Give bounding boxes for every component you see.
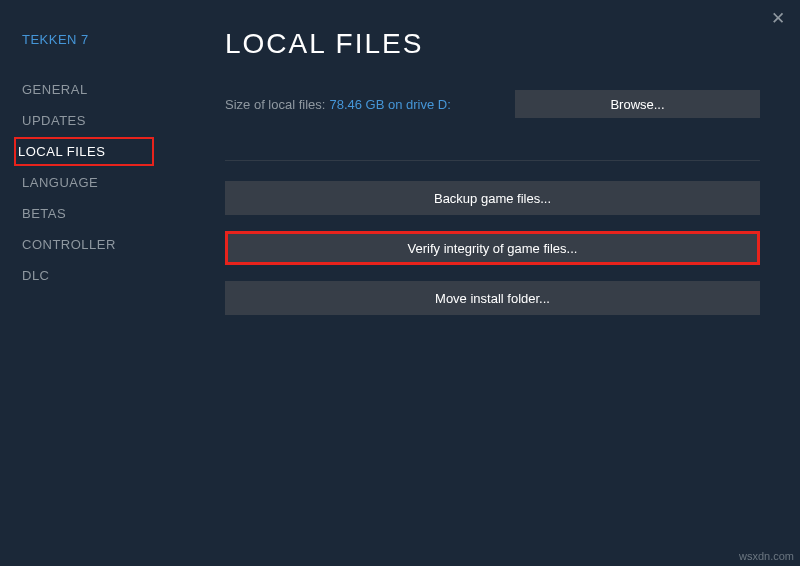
size-label: Size of local files:	[225, 97, 325, 112]
nav-controller[interactable]: CONTROLLER	[20, 230, 195, 259]
main-panel: LOCAL FILES Size of local files: 78.46 G…	[195, 0, 800, 566]
watermark: wsxdn.com	[739, 550, 794, 562]
browse-button[interactable]: Browse...	[515, 90, 760, 118]
move-folder-button[interactable]: Move install folder...	[225, 281, 760, 315]
game-title: TEKKEN 7	[22, 32, 195, 47]
nav-general[interactable]: GENERAL	[20, 75, 195, 104]
properties-dialog: TEKKEN 7 GENERAL UPDATES LOCAL FILES LAN…	[0, 0, 800, 566]
page-title: LOCAL FILES	[225, 28, 760, 60]
size-row: Size of local files: 78.46 GB on drive D…	[225, 90, 760, 118]
divider	[225, 160, 760, 161]
backup-button[interactable]: Backup game files...	[225, 181, 760, 215]
nav-language[interactable]: LANGUAGE	[20, 168, 195, 197]
nav-dlc[interactable]: DLC	[20, 261, 195, 290]
nav-local-files[interactable]: LOCAL FILES	[14, 137, 154, 166]
nav-betas[interactable]: BETAS	[20, 199, 195, 228]
verify-integrity-button[interactable]: Verify integrity of game files...	[225, 231, 760, 265]
nav-updates[interactable]: UPDATES	[20, 106, 195, 135]
size-value: 78.46 GB on drive D:	[329, 97, 450, 112]
sidebar: TEKKEN 7 GENERAL UPDATES LOCAL FILES LAN…	[0, 0, 195, 566]
